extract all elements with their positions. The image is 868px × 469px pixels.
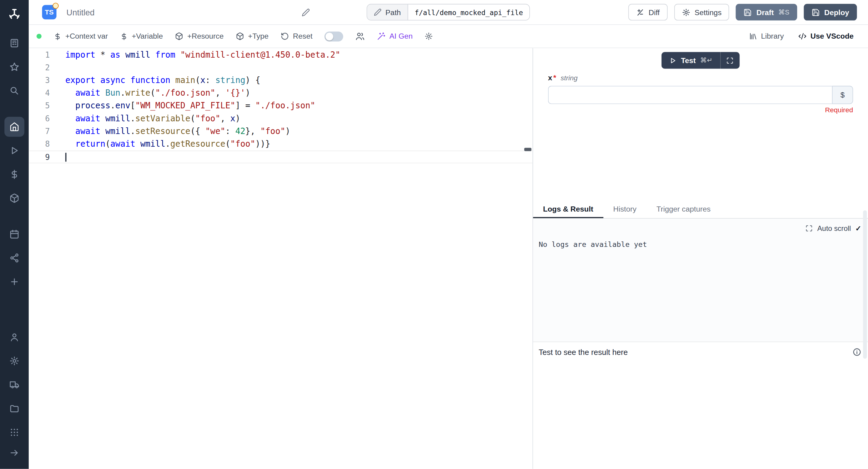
test-fullscreen-button[interactable] [721, 52, 739, 68]
play-icon [670, 57, 677, 64]
code-editor[interactable]: 1import * as wmill from "windmill-client… [29, 48, 532, 469]
multiplayer-toggle[interactable] [325, 31, 343, 41]
reset-label: Reset [293, 32, 313, 40]
code-line[interactable]: 1import * as wmill from "windmill-client… [29, 49, 532, 61]
deploy-icon [812, 8, 820, 17]
share-nodes-icon [9, 253, 19, 263]
arrow-right-icon [9, 448, 19, 458]
code-line[interactable]: 9 [29, 151, 532, 163]
sidebar-item-resources[interactable] [4, 188, 25, 208]
reset-button[interactable]: Reset [281, 32, 312, 40]
sidebar-item-variables[interactable] [4, 164, 25, 184]
info-icon [852, 348, 861, 356]
editor-settings-button[interactable] [425, 32, 433, 40]
add-variable-label: +Variable [132, 32, 163, 40]
calendar-icon [9, 229, 19, 239]
code-lines: 1import * as wmill from "windmill-client… [29, 49, 532, 163]
code-line[interactable]: 4 await Bun.write("./foo.json", '{}') [29, 87, 532, 100]
diff-button[interactable]: Diff [628, 4, 667, 21]
result-info-button[interactable] [852, 348, 861, 356]
line-number: 9 [29, 151, 50, 163]
sidebar-item-apps[interactable] [4, 33, 25, 53]
script-path[interactable]: f/all/demo_mocked_api_file [408, 4, 530, 20]
use-vscode-label: Use VScode [810, 32, 854, 40]
sidebar-item-folders[interactable] [4, 399, 25, 418]
sidebar-item-create[interactable] [4, 272, 25, 292]
run-panel: Test ⌘↵ x * string $ [532, 48, 868, 469]
gear-icon [425, 32, 433, 40]
tab-logs-result[interactable]: Logs & Result [533, 200, 603, 218]
sidebar-item-search[interactable] [4, 81, 25, 101]
test-button-label: Test [681, 56, 696, 65]
line-number: 7 [29, 125, 50, 138]
edit-title-button[interactable] [301, 7, 311, 18]
sidebar-item-home[interactable] [4, 117, 25, 137]
code-line[interactable]: 6 await wmill.setVariable("foo", x) [29, 112, 532, 125]
draft-button-label: Draft [756, 8, 774, 17]
sidebar-item-runs[interactable] [4, 140, 25, 161]
diff-icon [636, 8, 644, 17]
gear-icon [9, 356, 19, 366]
insert-variable-button[interactable]: $ [832, 86, 853, 104]
deploy-button[interactable]: Deploy [804, 4, 857, 21]
code-line[interactable]: 7 await wmill.setResource({ "we": 42}, "… [29, 125, 532, 138]
sidebar-item-user[interactable] [4, 327, 25, 347]
dollar-icon [54, 32, 62, 40]
test-button-group: Test ⌘↵ [661, 52, 739, 68]
draft-button[interactable]: Draft ⌘S [736, 4, 797, 21]
editor-toolbar: +Context var +Variable +Resource +Type R [29, 25, 868, 48]
required-note: Required [548, 106, 853, 114]
lsp-status-dot [36, 34, 42, 39]
text-cursor [65, 153, 66, 161]
tab-trigger-captures[interactable]: Trigger captures [647, 200, 720, 218]
sidebar-item-flows[interactable] [4, 248, 25, 268]
sidebar-item-settings[interactable] [4, 351, 25, 371]
arg-required-asterisk: * [553, 74, 556, 82]
dollar-icon [9, 169, 19, 179]
tab-history[interactable]: History [603, 200, 647, 218]
ai-gen-label: AI Gen [389, 32, 412, 40]
toggle-knob [326, 32, 334, 40]
sidebar-item-expand[interactable] [4, 443, 25, 463]
dollar-label: $ [840, 91, 845, 99]
arg-type: string [561, 74, 578, 82]
add-context-var-button[interactable]: +Context var [54, 32, 108, 40]
edit-path-button[interactable]: Path [367, 4, 408, 20]
auto-scroll-label[interactable]: Auto scroll [817, 224, 851, 233]
script-title[interactable]: Untitled [66, 7, 94, 17]
expand-logs-icon[interactable] [806, 225, 813, 232]
check-icon[interactable]: ✓ [855, 224, 861, 233]
library-button[interactable]: Library [749, 32, 784, 40]
add-context-var-label: +Context var [65, 32, 108, 40]
panel-scrollbar[interactable] [863, 210, 867, 359]
line-number: 3 [29, 74, 50, 87]
arg-x-input[interactable] [548, 86, 832, 104]
plus-icon [9, 277, 19, 287]
add-resource-button[interactable]: +Resource [175, 32, 224, 40]
sidebar-item-more-apps[interactable] [4, 422, 25, 442]
panel-tabs: Logs & Result History Trigger captures [533, 200, 868, 219]
settings-button[interactable]: Settings [674, 4, 729, 21]
library-label: Library [761, 32, 784, 40]
sidebar-item-favorites[interactable] [4, 57, 25, 77]
ai-gen-button[interactable]: AI Gen [377, 32, 412, 40]
windmill-logo[interactable] [3, 3, 25, 25]
use-vscode-button[interactable]: Use VScode [798, 32, 854, 40]
add-variable-button[interactable]: +Variable [120, 32, 163, 40]
editor-overview-marker[interactable] [524, 148, 531, 151]
line-number: 2 [29, 62, 50, 74]
code-line[interactable]: 2 [29, 62, 532, 74]
language-badge-label: TS [45, 8, 54, 16]
maximize-icon [726, 57, 734, 64]
test-button[interactable]: Test ⌘↵ [661, 52, 720, 68]
add-type-button[interactable]: +Type [236, 32, 269, 40]
code-line[interactable]: 8 return(await wmill.getResource("foo"))… [29, 138, 532, 151]
path-group: Path f/all/demo_mocked_api_file [367, 4, 530, 21]
pencil-icon [302, 8, 310, 17]
code-line[interactable]: 5 process.env["WM_MOCKED_API_FILE"] = ".… [29, 100, 532, 112]
sidebar-item-workers[interactable] [4, 375, 25, 395]
play-icon [9, 146, 19, 155]
sidebar-item-schedules[interactable] [4, 224, 25, 244]
line-number: 6 [29, 112, 50, 125]
code-line[interactable]: 3export async function main(x: string) { [29, 74, 532, 87]
